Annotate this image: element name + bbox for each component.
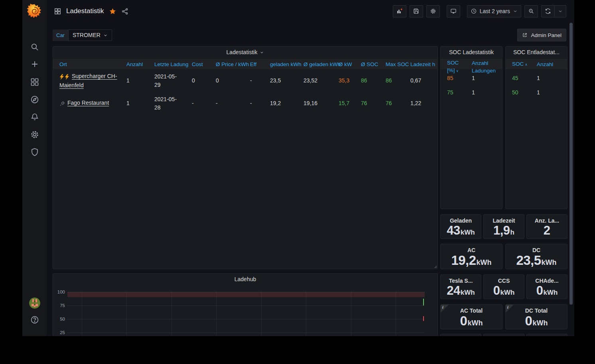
zoom-out-icon[interactable] [524,5,538,18]
column-header[interactable]: Ø Price / kWh [216,61,250,67]
column-header[interactable]: Anzahl [126,61,154,67]
panel-title[interactable]: SOC Ladestatistik [441,47,502,58]
admin-shield-icon[interactable] [30,147,39,157]
stat-title[interactable]: Ladezeit [493,217,515,224]
table-cell: 19,16 [303,99,339,107]
panel-resize-handle[interactable] [434,265,437,268]
add-panel-button[interactable] [393,5,406,18]
table-row: 451 [506,69,567,84]
panel-title[interactable]: SOC Entladestat... [506,47,567,58]
search-icon[interactable] [30,42,39,52]
panel-title[interactable]: Ladestatistik [53,47,437,58]
gridline [67,319,425,319]
stat-title[interactable]: CHAde... [535,278,558,284]
table-cell[interactable]: Supercharger CH-Maienfeld [59,72,126,89]
column-header[interactable]: Ø geladen kWh [303,61,339,67]
column-header[interactable]: Ort [59,61,126,67]
y-tick-100: 100 [55,290,65,294]
column-header[interactable]: Ø kW [339,61,361,67]
cell-value: 76 [361,100,367,106]
stat-title[interactable]: AC [467,247,475,253]
stat-title[interactable]: Tesla S... [449,278,473,284]
table-cell: 2021-05-29 [154,72,192,89]
user-avatar[interactable] [29,297,40,309]
table-cell: 76 [361,99,386,107]
column-header[interactable]: Ø SOC [361,61,386,67]
column-header[interactable]: Eff [250,61,270,67]
dashboards-grid-icon [54,8,61,15]
table-cell: - [216,99,250,107]
share-icon[interactable] [121,8,129,15]
refresh-icon[interactable] [541,5,555,18]
stat-value: 0kWh [536,284,558,298]
stat-value: 43kWh [447,223,475,238]
alerting-bell-icon[interactable] [30,112,39,122]
dashboard-settings-gear-icon[interactable] [426,5,440,18]
stat-title[interactable]: CCS [498,278,510,284]
table-cell: 1 [126,99,154,107]
stat-title[interactable]: DC Total [525,307,548,314]
table-row: 501 [506,84,567,98]
column-header[interactable]: SOC [512,60,537,68]
gridline [306,292,306,336]
stat-title[interactable]: Anz. La... [535,217,559,224]
save-icon[interactable] [410,5,423,18]
settings-gear-icon[interactable] [30,130,39,139]
stat-title[interactable]: AC Total [460,307,483,314]
column-header[interactable]: Letzte Ladung [154,61,192,67]
panel-partially-visible [440,334,481,336]
grafana-logo-icon[interactable] [26,3,43,20]
column-header[interactable]: Cost [192,61,216,67]
column-header[interactable]: Max SOC [386,61,410,67]
column-header[interactable]: Anzahl Ladungen [472,59,502,74]
stat-title[interactable]: DC [532,247,540,253]
explore-compass-icon[interactable] [30,95,39,104]
cell-value: 0 [216,77,219,84]
table-cell: 85 [447,74,472,82]
info-corner-icon[interactable] [506,305,514,313]
table-cell: 1 [537,88,567,96]
y-tick-50: 50 [55,317,65,321]
refresh-interval-chevron-down-icon[interactable] [555,5,566,18]
column-header[interactable]: Anzahl [537,61,567,68]
table-cell: 2021-05-28 [154,95,192,112]
column-header[interactable]: SOC [%] [447,59,472,75]
tv-cycle-icon[interactable] [447,5,460,18]
time-range-picker[interactable]: Last 2 years [467,5,521,18]
stat-value: 24kWh [447,284,475,298]
cell-value: 19,2 [270,100,281,106]
panel-title[interactable]: Ladehub [53,274,437,285]
table-cell: 35,3 [339,76,361,84]
column-header[interactable]: geladen kWh [270,61,303,67]
plus-icon[interactable] [30,59,39,69]
page-scrollbar-thumb[interactable] [569,23,573,305]
time-range-label: Last 2 years [480,8,510,14]
panel-partially-visible [483,334,524,336]
table-cell: 76 [386,99,410,107]
table-cell: 50 [512,88,537,96]
column-header[interactable]: Ladezeit h [410,61,433,67]
help-question-icon[interactable] [30,315,39,325]
table-cell: 1 [472,74,502,82]
stat-title[interactable]: Geladen [450,217,472,224]
table-cell: - [250,76,270,84]
cell-value: 19,16 [303,100,317,106]
table-row: 751 [441,84,502,98]
table-header-row: SOC [%]Anzahl Ladungen [441,59,502,69]
location-link[interactable]: Fago Restaurant [67,100,109,106]
cell-value: - [192,100,194,106]
dashboard-title[interactable]: Ladestatistik [66,7,104,15]
info-corner-icon[interactable] [441,305,449,313]
dashboards-grid-icon[interactable] [30,77,39,87]
table-header-row: OrtAnzahlLetzte LadungCostØ Price / kWhE… [53,59,437,69]
sidebar [22,0,47,336]
cell-value: 2021-05-29 [154,72,179,89]
admin-panel-button[interactable]: Admin Panel [517,29,566,41]
cell-value: 2021-05-28 [154,95,179,112]
variable-value-dropdown[interactable]: STROMER [68,29,112,41]
table-cell: 86 [361,76,386,84]
table-cell[interactable]: Fago Restaurant [59,99,126,108]
stat-ac-total: i AC Total 0kWh [440,304,502,329]
stat-ccs: CCS 0kWh [483,274,524,299]
star-icon[interactable] [109,8,116,15]
